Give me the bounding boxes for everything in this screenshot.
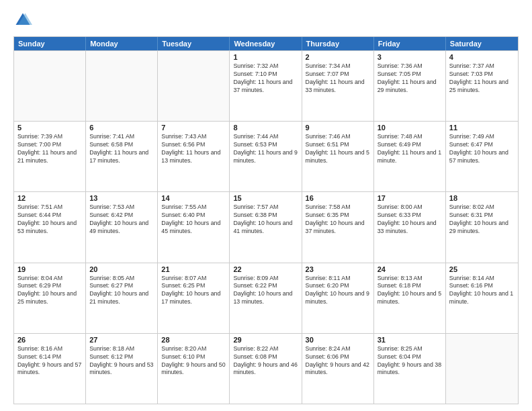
cell-info: Sunrise: 7:55 AM Sunset: 6:40 PM Dayligh… <box>161 203 226 236</box>
cell-info: Sunrise: 7:37 AM Sunset: 7:03 PM Dayligh… <box>449 62 515 95</box>
cal-cell: 23Sunrise: 8:11 AM Sunset: 6:20 PM Dayli… <box>302 263 374 333</box>
cell-info: Sunrise: 8:09 AM Sunset: 6:22 PM Dayligh… <box>233 275 298 307</box>
cell-info: Sunrise: 7:51 AM Sunset: 6:44 PM Dayligh… <box>17 203 82 236</box>
cell-info: Sunrise: 8:00 AM Sunset: 6:33 PM Dayligh… <box>378 203 442 236</box>
cell-info: Sunrise: 8:20 AM Sunset: 6:10 PM Dayligh… <box>161 345 226 377</box>
logo-icon <box>13 11 32 30</box>
day-number: 15 <box>233 194 298 202</box>
cell-info: Sunrise: 8:11 AM Sunset: 6:20 PM Dayligh… <box>306 275 370 307</box>
weekday-header-sunday: Sunday <box>14 37 86 50</box>
cal-cell: 10Sunrise: 7:48 AM Sunset: 6:49 PM Dayli… <box>374 122 446 191</box>
cal-cell: 2Sunrise: 7:34 AM Sunset: 7:07 PM Daylig… <box>302 51 374 121</box>
cal-cell: 16Sunrise: 7:58 AM Sunset: 6:35 PM Dayli… <box>302 192 374 262</box>
day-number: 23 <box>306 265 370 273</box>
cal-cell: 4Sunrise: 7:37 AM Sunset: 7:03 PM Daylig… <box>446 51 518 121</box>
cell-info: Sunrise: 8:05 AM Sunset: 6:27 PM Dayligh… <box>89 275 154 307</box>
cell-info: Sunrise: 8:14 AM Sunset: 6:16 PM Dayligh… <box>449 275 515 307</box>
day-number: 29 <box>233 336 298 344</box>
weekday-header-thursday: Thursday <box>302 37 374 50</box>
day-number: 22 <box>233 265 298 273</box>
cal-cell: 30Sunrise: 8:24 AM Sunset: 6:06 PM Dayli… <box>302 334 374 404</box>
day-number: 24 <box>378 265 442 273</box>
cal-cell <box>86 51 158 121</box>
day-number: 2 <box>306 53 370 61</box>
week-row-2: 5Sunrise: 7:39 AM Sunset: 7:00 PM Daylig… <box>14 121 518 191</box>
cal-cell: 17Sunrise: 8:00 AM Sunset: 6:33 PM Dayli… <box>374 192 446 262</box>
cell-info: Sunrise: 7:44 AM Sunset: 6:53 PM Dayligh… <box>233 133 298 165</box>
cal-cell <box>446 334 518 404</box>
day-number: 28 <box>161 336 226 344</box>
cell-info: Sunrise: 7:49 AM Sunset: 6:47 PM Dayligh… <box>449 133 515 165</box>
cal-cell: 26Sunrise: 8:16 AM Sunset: 6:14 PM Dayli… <box>14 334 86 404</box>
header <box>13 11 519 30</box>
day-number: 31 <box>378 336 442 344</box>
cal-cell: 31Sunrise: 8:25 AM Sunset: 6:04 PM Dayli… <box>374 334 446 404</box>
day-number: 18 <box>449 194 515 202</box>
cal-cell: 6Sunrise: 7:41 AM Sunset: 6:58 PM Daylig… <box>86 122 158 191</box>
day-number: 25 <box>449 265 515 273</box>
cal-cell: 25Sunrise: 8:14 AM Sunset: 6:16 PM Dayli… <box>446 263 518 333</box>
day-number: 20 <box>89 265 154 273</box>
page: SundayMondayTuesdayWednesdayThursdayFrid… <box>0 0 532 411</box>
cal-cell: 7Sunrise: 7:43 AM Sunset: 6:56 PM Daylig… <box>158 122 230 191</box>
cell-info: Sunrise: 7:43 AM Sunset: 6:56 PM Dayligh… <box>161 133 226 165</box>
cal-cell: 29Sunrise: 8:22 AM Sunset: 6:08 PM Dayli… <box>230 334 302 404</box>
day-number: 10 <box>378 124 442 132</box>
day-number: 16 <box>306 194 370 202</box>
week-row-1: 1Sunrise: 7:32 AM Sunset: 7:10 PM Daylig… <box>14 50 518 121</box>
cell-info: Sunrise: 7:36 AM Sunset: 7:05 PM Dayligh… <box>378 62 442 95</box>
cal-cell: 14Sunrise: 7:55 AM Sunset: 6:40 PM Dayli… <box>158 192 230 262</box>
weekday-header-monday: Monday <box>86 37 158 50</box>
day-number: 12 <box>17 194 82 202</box>
cal-cell <box>14 51 86 121</box>
cal-cell: 12Sunrise: 7:51 AM Sunset: 6:44 PM Dayli… <box>14 192 86 262</box>
weekday-header-wednesday: Wednesday <box>230 37 302 50</box>
logo <box>13 11 35 30</box>
cal-cell <box>158 51 230 121</box>
day-number: 19 <box>17 265 82 273</box>
cal-cell: 3Sunrise: 7:36 AM Sunset: 7:05 PM Daylig… <box>374 51 446 121</box>
cal-cell: 5Sunrise: 7:39 AM Sunset: 7:00 PM Daylig… <box>14 122 86 191</box>
day-number: 6 <box>89 124 154 132</box>
day-number: 27 <box>89 336 154 344</box>
cell-info: Sunrise: 8:16 AM Sunset: 6:14 PM Dayligh… <box>17 345 82 377</box>
weekday-header-tuesday: Tuesday <box>158 37 230 50</box>
cal-cell: 11Sunrise: 7:49 AM Sunset: 6:47 PM Dayli… <box>446 122 518 191</box>
weekday-header-saturday: Saturday <box>446 37 518 50</box>
cal-cell: 27Sunrise: 8:18 AM Sunset: 6:12 PM Dayli… <box>86 334 158 404</box>
cal-cell: 15Sunrise: 7:57 AM Sunset: 6:38 PM Dayli… <box>230 192 302 262</box>
cal-cell: 18Sunrise: 8:02 AM Sunset: 6:31 PM Dayli… <box>446 192 518 262</box>
cell-info: Sunrise: 7:41 AM Sunset: 6:58 PM Dayligh… <box>89 133 154 165</box>
day-number: 8 <box>233 124 298 132</box>
cell-info: Sunrise: 7:46 AM Sunset: 6:51 PM Dayligh… <box>306 133 370 165</box>
cell-info: Sunrise: 7:48 AM Sunset: 6:49 PM Dayligh… <box>378 133 442 165</box>
cell-info: Sunrise: 7:32 AM Sunset: 7:10 PM Dayligh… <box>233 62 298 95</box>
week-row-5: 26Sunrise: 8:16 AM Sunset: 6:14 PM Dayli… <box>14 333 518 404</box>
cell-info: Sunrise: 8:24 AM Sunset: 6:06 PM Dayligh… <box>306 345 370 377</box>
cell-info: Sunrise: 7:53 AM Sunset: 6:42 PM Dayligh… <box>89 203 154 236</box>
weekday-header-friday: Friday <box>374 37 446 50</box>
cal-cell: 9Sunrise: 7:46 AM Sunset: 6:51 PM Daylig… <box>302 122 374 191</box>
week-row-4: 19Sunrise: 8:04 AM Sunset: 6:29 PM Dayli… <box>14 263 518 333</box>
day-number: 11 <box>449 124 515 132</box>
day-number: 21 <box>161 265 226 273</box>
day-number: 4 <box>449 53 515 61</box>
cal-cell: 8Sunrise: 7:44 AM Sunset: 6:53 PM Daylig… <box>230 122 302 191</box>
day-number: 13 <box>89 194 154 202</box>
calendar-header: SundayMondayTuesdayWednesdayThursdayFrid… <box>14 37 518 50</box>
day-number: 5 <box>17 124 82 132</box>
week-row-3: 12Sunrise: 7:51 AM Sunset: 6:44 PM Dayli… <box>14 191 518 262</box>
day-number: 9 <box>306 124 370 132</box>
cell-info: Sunrise: 8:13 AM Sunset: 6:18 PM Dayligh… <box>378 275 442 307</box>
cell-info: Sunrise: 7:39 AM Sunset: 7:00 PM Dayligh… <box>17 133 82 165</box>
day-number: 1 <box>233 53 298 61</box>
cell-info: Sunrise: 8:22 AM Sunset: 6:08 PM Dayligh… <box>233 345 298 377</box>
cell-info: Sunrise: 8:02 AM Sunset: 6:31 PM Dayligh… <box>449 203 515 236</box>
cal-cell: 21Sunrise: 8:07 AM Sunset: 6:25 PM Dayli… <box>158 263 230 333</box>
cell-info: Sunrise: 8:25 AM Sunset: 6:04 PM Dayligh… <box>378 345 442 377</box>
day-number: 26 <box>17 336 82 344</box>
cal-cell: 28Sunrise: 8:20 AM Sunset: 6:10 PM Dayli… <box>158 334 230 404</box>
cal-cell: 24Sunrise: 8:13 AM Sunset: 6:18 PM Dayli… <box>374 263 446 333</box>
day-number: 17 <box>378 194 442 202</box>
day-number: 14 <box>161 194 226 202</box>
